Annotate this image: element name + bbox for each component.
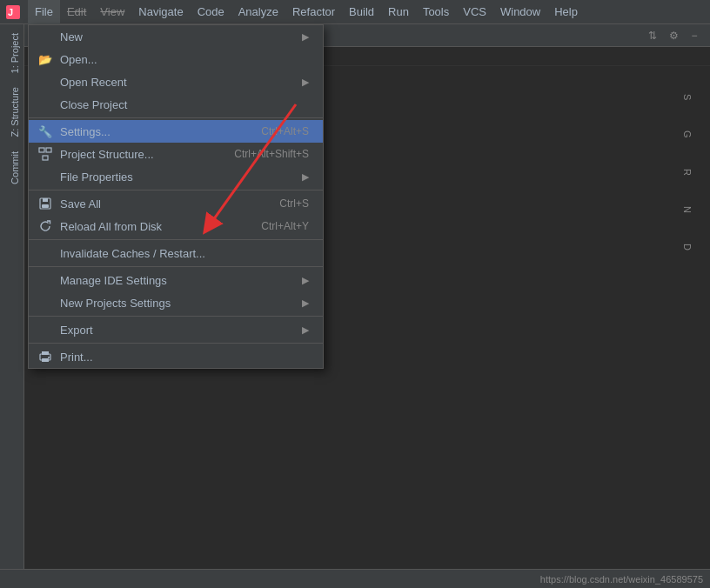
menu-item-new-projects[interactable]: New Projects Settings ▶ (29, 291, 323, 314)
open-folder-icon: 📂 (37, 51, 53, 67)
menu-item-manage-ide-arrow: ▶ (302, 275, 309, 286)
svg-rect-7 (42, 204, 49, 208)
statusbar: https://blog.csdn.net/weixin_46589575 (0, 569, 710, 588)
filter-icon[interactable]: ⇅ (644, 27, 661, 44)
menu-item-save-all[interactable]: Save All Ctrl+S (29, 192, 323, 215)
right-label-s[interactable]: S (682, 94, 693, 100)
svg-rect-6 (43, 198, 48, 202)
menu-item-close-project[interactable]: Close Project (29, 93, 323, 116)
menu-item-settings-shortcut: Ctrl+Alt+S (261, 125, 309, 137)
menu-item-reload-shortcut: Ctrl+Alt+Y (261, 220, 309, 232)
minimize-icon[interactable]: − (686, 27, 703, 44)
svg-rect-3 (46, 148, 51, 152)
menubar-window[interactable]: Window (493, 0, 547, 24)
menu-item-new-projects-arrow: ▶ (302, 297, 309, 309)
menubar-file[interactable]: File (28, 0, 60, 24)
file-menu-dropdown: New ▶ 📂 Open... Open Recent ▶ Close Proj… (28, 24, 324, 369)
menubar-run[interactable]: Run (381, 0, 416, 24)
svg-text:J: J (8, 7, 13, 17)
menubar-vcs[interactable]: VCS (456, 0, 493, 24)
statusbar-url: https://blog.csdn.net/weixin_46589575 (540, 574, 703, 585)
menu-item-print-label: Print... (60, 351, 309, 364)
menu-item-export-arrow: ▶ (302, 324, 309, 336)
menu-item-file-properties[interactable]: File Properties ▶ (29, 165, 323, 188)
menu-item-new-arrow: ▶ (302, 31, 309, 43)
right-label-g[interactable]: G (682, 130, 693, 138)
menu-item-new-projects-label: New Projects Settings (60, 297, 298, 310)
right-label-r[interactable]: R (682, 169, 693, 176)
menu-item-project-structure[interactable]: Project Structure... Ctrl+Alt+Shift+S (29, 143, 323, 165)
menubar-help[interactable]: Help (547, 0, 585, 24)
menu-item-new-label: New (60, 30, 298, 43)
menubar-navigate[interactable]: Navigate (131, 0, 190, 24)
menubar-refactor[interactable]: Refactor (285, 0, 342, 24)
separator-5 (29, 316, 323, 317)
menu-item-manage-ide[interactable]: Manage IDE Settings ▶ (29, 269, 323, 291)
settings-wrench-icon: 🔧 (37, 124, 53, 139)
gear-icon[interactable]: ⚙ (665, 27, 682, 44)
menu-item-save-all-label: Save All (60, 197, 262, 210)
menubar-edit[interactable]: Edit (60, 0, 93, 24)
menu-item-export[interactable]: Export ▶ (29, 318, 323, 341)
menu-item-save-all-shortcut: Ctrl+S (279, 197, 309, 210)
svg-rect-4 (43, 156, 48, 160)
reload-icon (37, 218, 53, 234)
menubar-code[interactable]: Code (191, 0, 231, 24)
menu-item-open-recent[interactable]: Open Recent ▶ (29, 70, 323, 93)
menu-item-open-recent-arrow: ▶ (302, 77, 309, 88)
menu-item-file-properties-label: File Properties (60, 170, 298, 184)
menu-item-open[interactable]: 📂 Open... (29, 48, 323, 70)
menu-item-file-properties-arrow: ▶ (302, 171, 309, 183)
separator-3 (29, 239, 323, 240)
menu-item-print[interactable]: Print... (29, 345, 323, 368)
right-panel-labels: S G R N D (682, 94, 693, 251)
separator-4 (29, 266, 323, 267)
menu-item-project-structure-shortcut: Ctrl+Alt+Shift+S (234, 148, 309, 160)
menubar-analyze[interactable]: Analyze (231, 0, 285, 24)
menu-item-close-label: Close Project (60, 98, 309, 111)
separator-2 (29, 190, 323, 190)
menu-item-reload[interactable]: Reload All from Disk Ctrl+Alt+Y (29, 215, 323, 237)
menu-item-reload-label: Reload All from Disk (60, 220, 244, 233)
separator-6 (29, 343, 323, 344)
menubar-tools[interactable]: Tools (416, 0, 456, 24)
left-tool-panel: 1: Project Z: Structure Commit (0, 24, 24, 588)
toolbar-icons: ⇅ ⚙ − (644, 27, 703, 44)
menubar-view[interactable]: View (93, 0, 131, 24)
save-all-icon (37, 196, 53, 211)
svg-rect-2 (39, 148, 44, 152)
svg-rect-9 (42, 351, 49, 355)
menu-item-invalidate[interactable]: Invalidate Caches / Restart... (29, 242, 323, 264)
right-label-n[interactable]: N (682, 206, 693, 213)
separator-1 (29, 117, 323, 118)
menu-item-export-label: Export (60, 324, 298, 337)
app-logo: J (3, 3, 23, 22)
menu-item-new[interactable]: New ▶ (29, 25, 323, 48)
menubar-build[interactable]: Build (342, 0, 381, 24)
menu-item-settings[interactable]: 🔧 Settings... Ctrl+Alt+S (29, 120, 323, 143)
print-icon (37, 349, 53, 364)
project-structure-icon (37, 146, 53, 162)
panel-structure[interactable]: Z: Structure (0, 80, 23, 144)
menu-item-invalidate-label: Invalidate Caches / Restart... (60, 247, 309, 260)
menu-item-project-structure-label: Project Structure... (60, 148, 217, 161)
right-label-d[interactable]: D (682, 244, 693, 251)
menu-item-open-recent-label: Open Recent (60, 76, 298, 89)
menubar: J File Edit View Navigate Code Analyze R… (0, 0, 710, 24)
panel-commit[interactable]: Commit (0, 144, 23, 191)
menu-item-settings-label: Settings... (60, 125, 244, 138)
svg-rect-11 (42, 358, 49, 362)
panel-project[interactable]: 1: Project (0, 26, 23, 80)
menu-item-manage-ide-label: Manage IDE Settings (60, 274, 298, 287)
menu-item-open-label: Open... (60, 53, 309, 66)
